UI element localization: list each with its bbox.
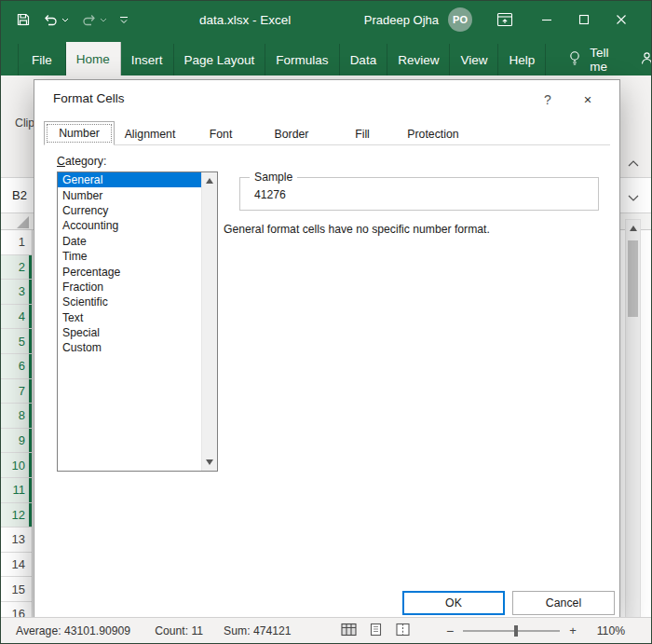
category-option-custom[interactable]: Custom — [58, 340, 201, 355]
format-cells-dialog: Format Cells ? × Number Alignment Font B… — [34, 79, 620, 618]
category-option-currency[interactable]: Currency — [58, 203, 201, 218]
select-all-corner[interactable] — [17, 216, 29, 228]
tab-border[interactable]: Border — [256, 123, 327, 145]
row-header[interactable]: 11 — [1, 478, 32, 503]
row-header[interactable]: 2 — [1, 255, 32, 281]
category-option-fraction[interactable]: Fraction — [58, 280, 201, 295]
sample-label: Sample — [250, 171, 297, 184]
clipboard-group-label: Clip — [15, 116, 34, 130]
ribbon-tab-page-layout[interactable]: Page Layout — [174, 44, 266, 75]
window-title: data.xlsx - Excel — [199, 1, 291, 38]
status-sum: Sum: 474121 — [224, 624, 292, 637]
category-option-text[interactable]: Text — [58, 310, 201, 325]
ribbon-tab-bar: File Home Insert Page Layout Formulas Da… — [1, 38, 651, 75]
ribbon-tab-view[interactable]: View — [450, 44, 498, 75]
tab-number[interactable]: Number — [44, 121, 115, 145]
status-average: Average: 43101.90909 — [16, 624, 130, 637]
zoom-out-button[interactable]: − — [442, 623, 457, 638]
redo-icon[interactable] — [81, 12, 107, 27]
category-option-number[interactable]: Number — [58, 187, 201, 202]
scrollbar-thumb[interactable] — [628, 240, 638, 317]
row-header[interactable]: 13 — [1, 528, 32, 553]
row-header[interactable]: 12 — [1, 503, 32, 528]
view-shortcuts — [341, 623, 411, 639]
vertical-scrollbar[interactable] — [625, 219, 641, 619]
row-header[interactable]: 6 — [1, 354, 32, 379]
row-header[interactable]: 4 — [1, 305, 32, 330]
row-header[interactable]: 3 — [1, 280, 32, 305]
maximize-button[interactable] — [565, 1, 603, 38]
page-layout-view-icon[interactable] — [368, 623, 384, 639]
customize-qat-icon[interactable] — [119, 16, 129, 24]
tab-protection[interactable]: Protection — [398, 123, 469, 145]
status-bar: Average: 43101.90909 Count: 11 Sum: 4741… — [1, 617, 651, 643]
quick-access-toolbar — [1, 12, 129, 27]
ribbon-tab-help[interactable]: Help — [498, 44, 546, 75]
dialog-help-button[interactable]: ? — [537, 89, 558, 110]
undo-icon[interactable] — [43, 12, 69, 27]
status-count: Count: 11 — [155, 624, 203, 637]
ribbon-tab-review[interactable]: Review — [387, 44, 450, 75]
dialog-title: Format Cells — [53, 91, 125, 105]
ribbon-tab-insert[interactable]: Insert — [121, 44, 174, 75]
ribbon-tab-data[interactable]: Data — [340, 44, 388, 75]
category-option-accounting[interactable]: Accounting — [58, 218, 201, 233]
scroll-up-icon[interactable] — [630, 226, 637, 231]
category-option-percentage[interactable]: Percentage — [58, 264, 201, 279]
name-box[interactable]: B2 — [12, 188, 27, 202]
row-header[interactable]: 10 — [1, 453, 32, 478]
page-break-view-icon[interactable] — [395, 623, 411, 639]
titlebar-right: Pradeep Ojha PO — [364, 1, 651, 38]
row-header[interactable]: 15 — [1, 577, 32, 602]
category-listbox: General Number Currency Accounting Date … — [57, 171, 218, 472]
scroll-up-icon[interactable] — [206, 178, 213, 184]
tab-fill[interactable]: Fill — [327, 123, 398, 145]
normal-view-icon[interactable] — [341, 623, 357, 639]
minimize-button[interactable] — [528, 1, 565, 38]
scroll-down-icon[interactable] — [206, 459, 213, 465]
lightbulb-icon — [568, 50, 581, 69]
ok-button[interactable]: OK — [402, 591, 505, 615]
category-option-time[interactable]: Time — [58, 249, 201, 264]
zoom-control: − + 110% — [442, 623, 651, 638]
collapse-ribbon-icon[interactable] — [628, 154, 639, 171]
ribbon-tab-file[interactable]: File — [18, 44, 66, 75]
dialog-tab-strip: Number Alignment Font Border Fill Protec… — [44, 123, 610, 145]
share-button[interactable]: Share — [621, 44, 652, 75]
zoom-in-button[interactable]: + — [565, 623, 580, 637]
close-button[interactable] — [603, 1, 640, 38]
zoom-slider[interactable] — [463, 630, 560, 632]
sample-groupbox: Sample 41276 — [239, 177, 599, 211]
listbox-scrollbar[interactable] — [201, 172, 217, 471]
row-header[interactable]: 8 — [1, 404, 32, 429]
zoom-level[interactable]: 110% — [590, 624, 625, 637]
save-icon[interactable] — [16, 12, 31, 27]
excel-window: data.xlsx - Excel Pradeep Ojha PO File H… — [0, 0, 652, 644]
ribbon-display-options-icon[interactable] — [496, 12, 513, 27]
avatar[interactable]: PO — [448, 7, 472, 32]
row-header[interactable]: 14 — [1, 553, 32, 578]
row-header[interactable]: 9 — [1, 429, 32, 454]
tell-me-label: Tell me — [590, 46, 608, 74]
row-header[interactable]: 7 — [1, 379, 32, 404]
formula-bar-expand-icon[interactable] — [628, 188, 639, 205]
cancel-button[interactable]: Cancel — [512, 591, 615, 615]
row-header[interactable]: 5 — [1, 329, 32, 354]
dialog-close-button[interactable]: × — [577, 89, 599, 110]
category-option-date[interactable]: Date — [58, 234, 201, 249]
zoom-slider-thumb[interactable] — [514, 625, 518, 637]
tab-font[interactable]: Font — [185, 123, 256, 145]
format-description: General format cells have no specific nu… — [224, 223, 490, 236]
row-header[interactable]: 1 — [1, 230, 32, 255]
category-option-special[interactable]: Special — [58, 325, 201, 340]
sample-value: 41276 — [254, 188, 286, 201]
ribbon-tab-formulas[interactable]: Formulas — [265, 44, 339, 75]
ribbon-tab-home[interactable]: Home — [66, 42, 121, 75]
category-option-scientific[interactable]: Scientific — [58, 295, 201, 309]
title-bar: data.xlsx - Excel Pradeep Ojha PO — [1, 1, 651, 38]
tell-me-box[interactable]: Tell me — [555, 44, 621, 75]
category-option-general[interactable]: General — [58, 172, 201, 187]
account-user-name[interactable]: Pradeep Ojha — [364, 13, 439, 27]
tab-alignment[interactable]: Alignment — [115, 123, 185, 145]
row-header-column: 1 2 3 4 5 6 7 8 9 10 11 12 13 14 15 16 — [1, 230, 33, 619]
